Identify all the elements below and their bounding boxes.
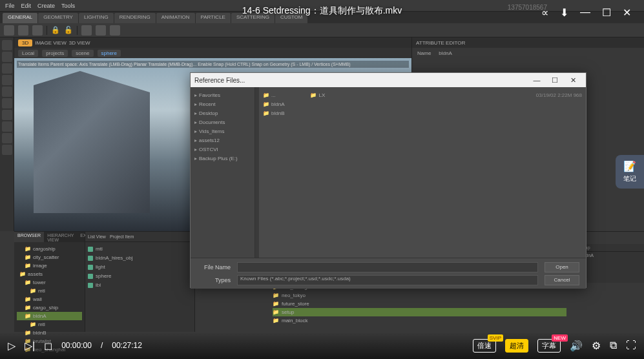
crumb[interactable]: projects [42, 50, 68, 57]
browser-tab[interactable]: BROWSER [14, 232, 44, 242]
folder-item[interactable]: 📁cargo_ship [17, 303, 82, 312]
folder-item[interactable]: 📁setup [273, 308, 566, 316]
sidebar-location[interactable]: ▸Vids_Items [194, 127, 251, 136]
speed-button[interactable]: 倍速 SVIP [473, 339, 496, 353]
folder-item[interactable]: 📁image [17, 262, 82, 270]
browser-item[interactable]: sphere [88, 272, 192, 281]
tool-icon[interactable] [2, 87, 12, 97]
tool-icon[interactable] [96, 25, 106, 36]
sidebar-location[interactable]: ▸OSTCVI [194, 145, 251, 154]
panel-title: ATTRIBUTE EDITOR [416, 40, 465, 46]
sidebar-location[interactable]: ▸Documents [194, 118, 251, 127]
file-item[interactable]: 📁... [263, 91, 284, 100]
crumb[interactable]: Local [18, 50, 38, 57]
pip-icon[interactable]: ⧉ [610, 340, 617, 351]
cancel-button[interactable]: Cancel [545, 275, 579, 285]
tool-icon[interactable] [2, 110, 12, 120]
download-icon[interactable]: ⬇ [560, 6, 568, 19]
sidebar-location[interactable]: ▸Backup Plus (E:) [194, 154, 251, 163]
folder-item[interactable]: 📁wall [17, 295, 82, 303]
folder-item[interactable]: 📁future_store [273, 300, 566, 308]
tool-icon[interactable] [81, 25, 92, 36]
maximize-icon[interactable]: ☐ [602, 6, 611, 19]
file-item[interactable]: 📁LX [310, 91, 325, 100]
types-select[interactable]: Known Files (*.abc;*.project;*.usd;*.usd… [237, 275, 538, 285]
scale-tool-icon[interactable] [2, 75, 12, 85]
menu-item[interactable]: Create [37, 3, 55, 9]
fullscreen-icon[interactable]: ⛶ [626, 340, 636, 351]
tool-icon[interactable] [2, 145, 12, 155]
browser-item[interactable]: light [88, 263, 192, 272]
reference-files-dialog: Reference Files... — ☐ ✕ ▸Favorites▸Rece… [190, 72, 587, 288]
folder-item[interactable]: 📁tower [17, 278, 82, 287]
browser-tab[interactable]: HIERARCHY VIEW [44, 232, 77, 242]
building-geometry [34, 71, 150, 213]
play-icon[interactable]: ▷ [8, 340, 16, 352]
stop-icon[interactable]: ◻ [44, 340, 52, 352]
menu-item[interactable]: Edit [21, 3, 32, 9]
vp-tab[interactable]: IMAGE VIEW [35, 40, 66, 46]
folder-item[interactable]: 📁mtl [17, 320, 82, 329]
tab-rendering[interactable]: RENDERING [114, 13, 156, 23]
sidebar-location[interactable]: ▸Desktop [194, 109, 251, 118]
tool-icon[interactable] [18, 25, 28, 36]
minimize-icon[interactable]: — [580, 6, 590, 19]
browser-item[interactable]: mtl [88, 245, 192, 254]
sidebar-location[interactable]: ▸assets12 [194, 136, 251, 145]
volume-icon[interactable]: 🔊 [570, 340, 583, 352]
lock-icon[interactable]: 🔒 [51, 26, 60, 34]
tab-geometry[interactable]: GEOMETRY [38, 13, 78, 23]
notes-button[interactable]: 📝 笔记 [616, 155, 644, 189]
sidebar-location[interactable]: ▸Recent [194, 100, 251, 109]
rotate-tool-icon[interactable] [2, 63, 12, 74]
tab-lighting[interactable]: LIGHTING [79, 13, 114, 23]
folder-item[interactable]: 📁bldnA [17, 312, 82, 320]
video-title: 14-6 Setdressing：道具制作与散布.mkv [242, 5, 402, 17]
tab-animation[interactable]: ANIMATION [156, 13, 195, 23]
main-toolbar: 🔒 🔓 [0, 23, 644, 37]
close-icon[interactable]: ✕ [623, 6, 631, 19]
tool-icon[interactable] [2, 121, 12, 132]
minimize-icon[interactable]: — [528, 76, 546, 84]
dialog-titlebar[interactable]: Reference Files... — ☐ ✕ [191, 73, 586, 87]
move-tool-icon[interactable] [2, 52, 12, 62]
menu-item[interactable]: File [5, 3, 15, 9]
select-tool-icon[interactable] [2, 40, 12, 50]
folder-item[interactable]: 📁mtl [17, 287, 82, 295]
quality-button[interactable]: 超清 [505, 339, 528, 353]
subtitle-button[interactable]: 字幕 NEW [537, 339, 561, 353]
tool-icon[interactable] [2, 98, 12, 108]
view-mode[interactable]: List View [88, 234, 106, 239]
maximize-icon[interactable]: ☐ [546, 76, 564, 85]
vp-tab[interactable]: 3D VIEW [69, 40, 90, 46]
menu-item[interactable]: Tools [61, 3, 75, 9]
folder-item[interactable]: 📁city_scatter [17, 253, 82, 262]
tab-particle[interactable]: PARTICLE [196, 13, 231, 23]
share-icon[interactable]: ∝ [541, 6, 548, 19]
video-controls: ▷ ▷| ◻ 00:00:00 / 00:27:12 倍速 SVIP 超清 字幕… [0, 332, 644, 359]
tool-icon[interactable] [2, 133, 12, 143]
settings-icon[interactable]: ⚙ [592, 340, 601, 352]
crumb[interactable]: sphere [98, 50, 121, 57]
browser-item[interactable]: ibl [88, 281, 192, 290]
sidebar-location[interactable]: ▸Favorites [194, 91, 251, 100]
unlock-icon[interactable]: 🔓 [64, 26, 73, 34]
tool-icon[interactable] [32, 25, 43, 36]
crumb[interactable]: scene [72, 50, 93, 57]
folder-item[interactable]: 📁cargoship [17, 245, 82, 253]
vp-tab-3d[interactable]: 3D [18, 39, 32, 46]
file-list[interactable]: 📁... 📁bldnA 📁bldnB 📁LX 03/19/02 2:22M 96… [259, 87, 586, 258]
filename-input[interactable] [237, 262, 538, 272]
folder-item[interactable]: 📁main_block [273, 316, 566, 325]
tool-icon[interactable] [4, 25, 14, 36]
tab-general[interactable]: GENERAL [3, 13, 37, 23]
file-item[interactable]: 📁bldnA [263, 100, 284, 109]
close-icon[interactable]: ✕ [564, 76, 582, 85]
file-item[interactable]: 📁bldnB [263, 109, 284, 118]
folder-item[interactable]: 📁neo_tokyo [273, 291, 566, 300]
next-icon[interactable]: ▷| [25, 340, 35, 352]
folder-item[interactable]: 📁assets [17, 270, 82, 278]
open-button[interactable]: Open [545, 262, 579, 272]
tool-icon[interactable] [110, 25, 120, 36]
browser-item[interactable]: bldnA_hires_obj [88, 254, 192, 263]
